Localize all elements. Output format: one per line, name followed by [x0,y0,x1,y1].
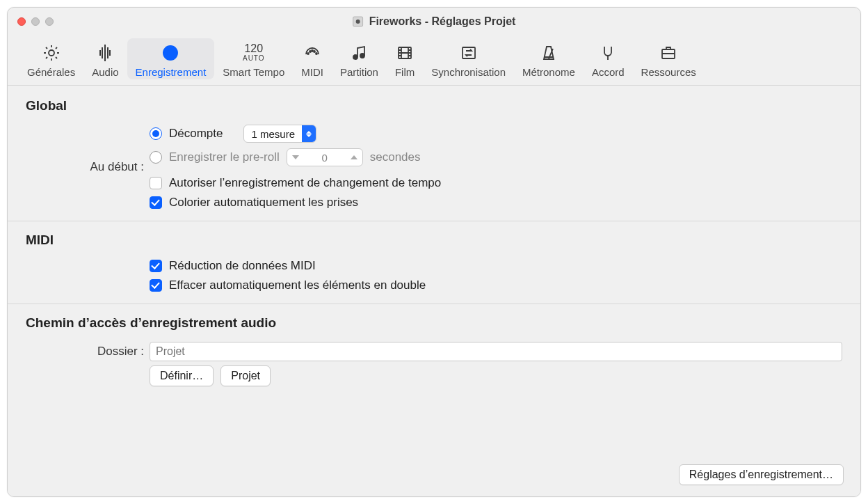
tab-general[interactable]: Générales [19,38,83,79]
svg-point-8 [314,51,315,52]
stepper-increment[interactable] [346,148,362,166]
preroll-value: 0 [304,152,346,164]
svg-point-6 [310,51,311,52]
countin-label: Décompte [169,127,223,141]
content-panel: Global Au début : Décompte 1 mesure Enre… [8,86,860,496]
preferences-toolbar: Générales Audio Enregistrement 120 AUTO … [8,36,860,86]
tab-midi[interactable]: MIDI [293,38,332,79]
minimize-window-button[interactable] [31,17,40,26]
tab-label: Accord [592,66,625,78]
tab-sync[interactable]: Synchronisation [423,38,514,79]
metronome-icon [539,41,558,65]
sync-icon [459,41,479,65]
titlebar: Fireworks - Réglages Projet [8,8,860,36]
tab-recording[interactable]: Enregistrement [127,38,215,79]
preroll-unit: secondes [370,150,421,164]
section-title-global: Global [26,98,842,113]
tab-assets[interactable]: Ressources [633,38,705,79]
briefcase-icon [659,41,678,65]
svg-point-1 [356,19,360,24]
tab-label: MIDI [301,66,323,78]
tab-movie[interactable]: Film [387,38,423,79]
tuning-fork-icon [598,41,618,65]
window-traffic-lights [8,17,54,26]
tab-label: Audio [92,66,118,78]
preroll-label: Enregistrer le pre-roll [169,150,280,164]
app-icon [353,16,364,27]
recording-settings-button[interactable]: Réglages d’enregistrement… [679,464,844,485]
tab-label: Film [395,66,415,78]
window-title-wrap: Fireworks - Réglages Projet [353,15,516,28]
window: Fireworks - Réglages Projet Générales Au… [7,7,861,497]
separator [8,304,860,304]
svg-point-4 [167,49,174,56]
auto-erase-duplicates-checkbox[interactable] [150,279,162,292]
tab-label: Partition [340,66,378,78]
countin-select-value: 1 mesure [244,128,302,140]
tab-metronome[interactable]: Métronome [514,38,584,79]
tab-label: Métronome [522,66,575,78]
start-recording-label: Au début : [26,160,144,174]
svg-point-9 [316,53,317,54]
film-icon [395,41,415,65]
project-folder-button[interactable]: Projet [220,365,271,386]
close-window-button[interactable] [17,17,26,26]
preroll-radio[interactable] [150,151,162,164]
svg-point-10 [353,55,357,59]
auto-colorize-checkbox[interactable] [150,196,162,209]
tab-audio[interactable]: Audio [83,38,127,79]
svg-point-11 [360,54,364,58]
midi-plug-icon [303,41,322,65]
preroll-stepper[interactable]: 0 [287,148,363,166]
countin-select[interactable]: 1 mesure [243,125,316,143]
tab-label: Générales [27,66,75,78]
svg-point-2 [49,50,54,56]
record-icon [161,41,180,65]
tab-tuning[interactable]: Accord [584,38,633,79]
tab-score[interactable]: Partition [332,38,387,79]
tab-label: Smart Tempo [223,66,284,78]
gear-icon [42,41,61,65]
window-title: Fireworks - Réglages Projet [369,15,516,28]
section-title-midi: MIDI [26,233,842,248]
midi-data-reduction-checkbox[interactable] [150,260,162,272]
svg-rect-13 [463,47,475,58]
allow-tempo-checkbox[interactable] [150,177,162,189]
allow-tempo-label: Autoriser l’enregistrement de changement… [169,176,441,190]
svg-point-5 [307,53,309,54]
folder-path-input[interactable] [150,342,842,361]
folder-label: Dossier : [26,345,144,359]
stepper-decrement[interactable] [287,148,304,166]
tab-label: Ressources [641,66,696,78]
auto-colorize-label: Colorier automatiquement les prises [169,196,358,210]
midi-data-reduction-label: Réduction de données MIDI [169,259,316,273]
waveform-icon [95,41,115,65]
music-notes-icon [349,41,369,65]
set-folder-button[interactable]: Définir… [150,365,214,386]
select-arrows-icon [302,125,316,143]
section-title-audio-path: Chemin d’accès d’enregistrement audio [26,315,842,331]
tab-smart-tempo[interactable]: 120 AUTO Smart Tempo [214,38,293,79]
svg-point-7 [312,50,313,52]
tab-label: Enregistrement [136,66,207,78]
tab-label: Synchronisation [431,66,506,78]
auto-erase-duplicates-label: Effacer automatiquement les éléments en … [169,278,426,292]
zoom-window-button[interactable] [45,17,54,26]
tempo-icon: 120 AUTO [243,41,265,65]
separator [8,221,860,221]
countin-radio[interactable] [150,127,162,140]
